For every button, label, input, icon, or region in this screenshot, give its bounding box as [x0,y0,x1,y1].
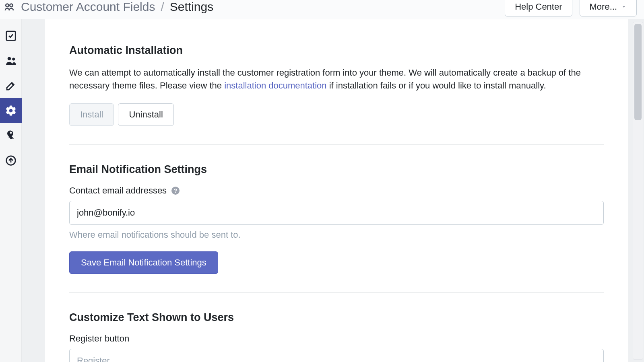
svg-point-1 [10,4,13,7]
svg-point-4 [12,58,15,61]
customize-text-title: Customize Text Shown to Users [69,311,604,324]
scrollbar[interactable] [633,22,643,360]
content-area: Automatic Installation We can attempt to… [22,19,644,362]
contact-email-label: Contact email addresses ? [69,185,604,196]
sidenav-item-approve[interactable] [0,23,22,48]
more-button[interactable]: More... [580,0,637,16]
installation-text-after: if installation fails or if you would li… [327,80,546,90]
contact-email-help: Where email notifications should be sent… [69,230,604,240]
sidenav-item-key[interactable] [0,123,22,148]
breadcrumb-separator: / [161,0,164,14]
scrollbar-thumb[interactable] [634,24,642,120]
installation-text: We can attempt to automatically install … [69,66,604,92]
installation-title: Automatic Installation [69,44,604,57]
breadcrumb-current: Settings [170,0,213,14]
save-email-settings-button[interactable]: Save Email Notification Settings [69,251,218,274]
contact-email-input[interactable] [69,201,604,225]
section-customize-text: Customize Text Shown to Users Register b… [69,292,604,362]
svg-rect-2 [6,31,16,41]
uninstall-button[interactable]: Uninstall [118,103,173,126]
top-actions: Help Center More... [505,0,637,16]
svg-point-3 [8,57,11,60]
register-button-label-text: Register button [69,333,129,344]
section-installation: Automatic Installation We can attempt to… [69,35,604,144]
help-icon[interactable]: ? [171,187,180,195]
email-notification-title: Email Notification Settings [69,163,604,176]
breadcrumb-root[interactable]: Customer Account Fields [21,0,155,14]
svg-point-0 [6,4,9,7]
breadcrumb: Customer Account Fields / Settings [3,0,213,14]
register-button-input[interactable] [69,349,604,362]
chevron-down-icon [621,2,627,12]
settings-card: Automatic Installation We can attempt to… [45,19,628,362]
installation-buttons: Install Uninstall [69,103,604,126]
content-scroll[interactable]: Automatic Installation We can attempt to… [45,19,628,362]
register-button-label: Register button [69,333,604,344]
contact-email-label-text: Contact email addresses [69,185,167,196]
sidenav [0,19,22,362]
installation-documentation-link[interactable]: installation documentation [224,80,326,90]
help-center-button[interactable]: Help Center [505,0,572,16]
sidenav-item-settings[interactable] [0,98,22,123]
sidenav-item-edit[interactable] [0,73,22,98]
more-button-label: More... [590,2,617,12]
section-email-notification: Email Notification Settings Contact emai… [69,144,604,292]
install-button[interactable]: Install [69,103,114,126]
customers-icon [3,1,15,13]
sidenav-item-upload[interactable] [0,148,22,173]
sidenav-item-customers[interactable] [0,48,22,73]
topbar: Customer Account Fields / Settings Help … [0,0,644,19]
